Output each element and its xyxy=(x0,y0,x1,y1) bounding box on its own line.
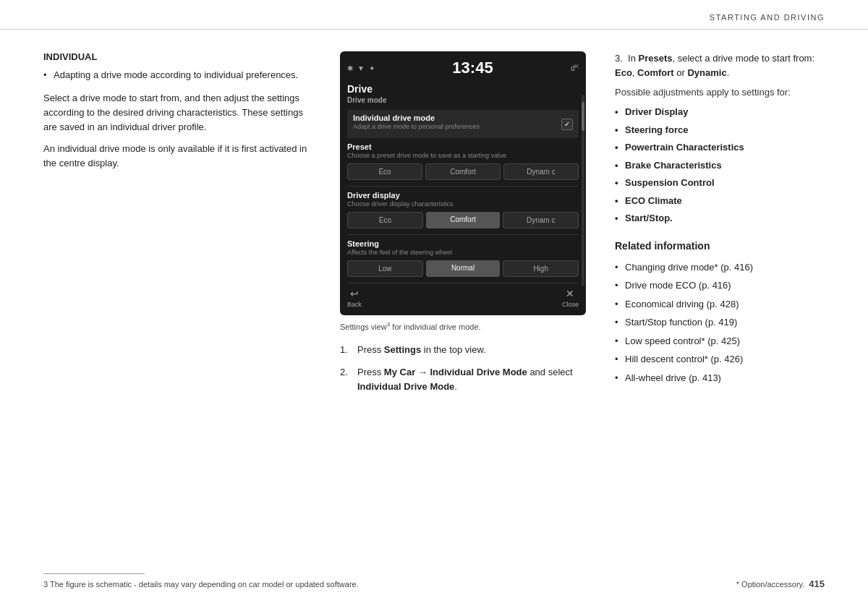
related-item-6: All-wheel drive (p. 413) xyxy=(615,371,825,385)
screen-icon-arrow: ▼ xyxy=(357,64,365,72)
screen-individual-mode-text: Individual drive mode Adapt a drive mode… xyxy=(353,114,480,134)
screen-icon-star: ✱ xyxy=(347,64,353,72)
screen-drive-subtitle: Drive mode xyxy=(347,96,579,104)
related-item-4: Low speed control* (p. 425) xyxy=(615,334,825,349)
screen-scrollbar[interactable] xyxy=(582,95,584,286)
screen-steering-desc: Affects the feel of the steering wheel xyxy=(347,249,579,256)
feature-brake: Brake Characteristics xyxy=(615,158,825,173)
screen-icons: ✱ ▼ ✦ xyxy=(347,64,375,72)
screen-individual-mode-checkbox[interactable]: ✓ xyxy=(561,119,573,130)
screen-steering-low[interactable]: Low xyxy=(347,260,423,277)
page-number: 415 xyxy=(809,578,825,589)
main-content: INDIVIDUAL Adapting a drive mode accordi… xyxy=(0,30,868,424)
caption-suffix: for individual drive mode. xyxy=(390,322,480,331)
feature-suspension: Suspension Control xyxy=(615,176,825,190)
screen-preset-dynamic[interactable]: Dynam c xyxy=(503,163,579,180)
screen-individual-mode-label: Individual drive mode xyxy=(353,114,480,122)
right-column: 3. In Presets, select a drive mode to st… xyxy=(608,51,825,402)
feature-eco-climate: ECO Climate xyxy=(615,194,825,208)
related-item-3: Start/Stop function (p. 419) xyxy=(615,315,825,330)
related-item-5: Hill descent control* (p. 426) xyxy=(615,352,825,367)
screen-preset-desc: Choose a preset drive mode to save as a … xyxy=(347,152,579,159)
back-icon: ↩ xyxy=(350,288,359,299)
step-2: 2. Press My Car → Individual Drive Mode … xyxy=(340,365,586,393)
step-1: 1. Press Settings in the top view. xyxy=(340,343,586,357)
screen-steering-normal[interactable]: Normal xyxy=(426,260,501,277)
close-label: Close xyxy=(562,301,579,308)
screen-close-button[interactable]: ✕ Close xyxy=(562,288,579,308)
back-label: Back xyxy=(347,301,362,308)
screen-dd-dynamic[interactable]: Dynam c xyxy=(503,212,579,228)
step-1-num: 1. xyxy=(340,343,352,357)
screen-preset-eco[interactable]: Eco xyxy=(347,163,422,180)
step3-intro: 3. In Presets, select a drive mode to st… xyxy=(615,51,825,80)
screen-top-bar: ✱ ▼ ✦ 13:45 dK xyxy=(347,59,579,77)
body-paragraph-2: An individual drive mode is only availab… xyxy=(43,142,318,171)
intro-bullet-list: Adapting a drive mode according to indiv… xyxy=(43,68,318,82)
page-number-row: * Option/accessory. 415 xyxy=(736,578,825,589)
screen-divider-1 xyxy=(347,186,579,187)
screen-individual-mode-row[interactable]: Individual drive mode Adapt a drive mode… xyxy=(347,110,579,138)
screen-preset-label: Preset xyxy=(347,142,579,151)
screen-preset-buttons: Eco Comfort Dynam c xyxy=(347,163,579,180)
screen-dd-comfort[interactable]: Comfort xyxy=(426,212,501,228)
screen-drive-title: Drive xyxy=(347,83,579,95)
screen-steering-section: Steering Affects the feel of the steerin… xyxy=(347,239,579,277)
screen-divider-2 xyxy=(347,234,579,235)
page-header: STARTING AND DRIVING xyxy=(0,0,868,30)
screen-steering-label: Steering xyxy=(347,239,579,248)
screen-clock: 13:45 xyxy=(452,59,493,77)
caption-text-main: Settings view xyxy=(340,322,387,331)
footnote-line xyxy=(43,573,145,574)
screen-driver-display-desc: Choose driver display characteristics xyxy=(347,200,579,208)
screen-dd-eco[interactable]: Eco xyxy=(347,212,423,228)
header-title: STARTING AND DRIVING xyxy=(710,13,825,22)
screen-steering-high[interactable]: High xyxy=(503,260,579,277)
step-1-text: Press Settings in the top view. xyxy=(357,343,486,357)
related-list: Changing drive mode* (p. 416) Drive mode… xyxy=(615,260,825,385)
screen-driver-display-buttons: Eco Comfort Dynam c xyxy=(347,212,579,228)
step3-possible: Possible adjustments apply to settings f… xyxy=(615,87,825,98)
screen-individual-mode-desc: Adapt a drive mode to personal preferenc… xyxy=(353,123,480,130)
screen-driver-display-label: Driver display xyxy=(347,191,579,200)
steps-list: 1. Press Settings in the top view. 2. Pr… xyxy=(340,343,586,394)
screen-steering-buttons: Low Normal High xyxy=(347,260,579,277)
step-2-text: Press My Car → Individual Drive Mode and… xyxy=(357,365,586,393)
close-icon: ✕ xyxy=(566,288,574,299)
left-column: INDIVIDUAL Adapting a drive mode accordi… xyxy=(43,51,318,402)
screen-back-button[interactable]: ↩ Back xyxy=(347,288,362,308)
feature-powertrain: Powertrain Characteristics xyxy=(615,140,825,155)
intro-bullet-item: Adapting a drive mode according to indiv… xyxy=(43,68,318,82)
center-column: ✱ ▼ ✦ 13:45 dK Drive Drive mode Individu… xyxy=(340,51,586,402)
screen-icon-settings: ✦ xyxy=(369,64,375,72)
screen-preset-comfort[interactable]: Comfort xyxy=(425,163,501,180)
screen-driver-display-section: Driver display Choose driver display cha… xyxy=(347,191,579,228)
related-title: Related information xyxy=(615,240,825,252)
section-title: INDIVIDUAL xyxy=(43,51,318,62)
body-paragraph-1: Select a drive mode to start from, and t… xyxy=(43,91,318,134)
screen-scrollbar-thumb xyxy=(582,102,584,131)
feature-list: Driver Display Steering force Powertrain… xyxy=(615,105,825,226)
step-2-num: 2. xyxy=(340,365,352,393)
screen-bottom-bar: ↩ Back ✕ Close xyxy=(347,283,579,308)
feature-driver-display: Driver Display xyxy=(615,105,825,119)
screen-caption: Settings view3 for individual drive mode… xyxy=(340,321,586,331)
footnote-text: 3 The figure is schematic - details may … xyxy=(43,580,359,589)
feature-start-stop: Start/Stop. xyxy=(615,211,825,226)
related-item-2: Economical driving (p. 428) xyxy=(615,297,825,312)
car-screen: ✱ ▼ ✦ 13:45 dK Drive Drive mode Individu… xyxy=(340,51,586,315)
screen-preset-section: Preset Choose a preset drive mode to sav… xyxy=(347,142,579,180)
screen-signal: dK xyxy=(571,63,579,72)
option-accessory-text: * Option/accessory. xyxy=(736,580,805,589)
related-item-1: Drive mode ECO (p. 416) xyxy=(615,278,825,293)
related-item-0: Changing drive mode* (p. 416) xyxy=(615,260,825,275)
feature-steering-force: Steering force xyxy=(615,123,825,137)
